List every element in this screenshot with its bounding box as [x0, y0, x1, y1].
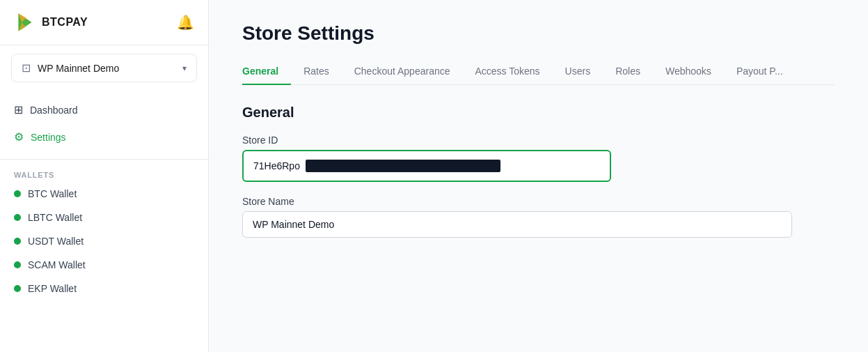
wallet-item-usdt[interactable]: USDT Wallet: [0, 229, 208, 253]
store-id-group: Store ID 71He6Rpo: [242, 135, 835, 182]
store-selector-icon: ⊡: [22, 61, 31, 75]
wallet-label-scam: SCAM Wallet: [28, 259, 86, 270]
main-content: Store Settings General Rates Checkout Ap…: [209, 0, 868, 352]
logo-area: BTCPAY: [14, 11, 88, 33]
wallet-item-ekp[interactable]: EKP Wallet: [0, 277, 208, 300]
store-selector-label: WP Mainnet Demo: [38, 63, 175, 74]
settings-icon: ⚙: [14, 130, 24, 144]
section-title-general: General: [242, 105, 835, 121]
sidebar-header: BTCPAY 🔔: [0, 0, 208, 45]
tab-tokens[interactable]: Access Tokens: [462, 59, 552, 85]
sidebar: BTCPAY 🔔 ⊡ WP Mainnet Demo ▾ ⊞ Dashboard…: [0, 0, 209, 352]
chevron-down-icon: ▾: [182, 63, 187, 73]
store-id-label: Store ID: [242, 135, 835, 146]
page-title: Store Settings: [242, 22, 835, 45]
wallet-item-lbtc[interactable]: LBTC Wallet: [0, 206, 208, 229]
wallet-dot-scam: [14, 261, 21, 268]
store-name-label: Store Name: [242, 196, 835, 207]
store-id-visible-text: 71He6Rpo: [253, 160, 300, 171]
wallet-dot-usdt: [14, 238, 21, 245]
btcpay-logo-icon: [14, 11, 36, 33]
wallet-label-lbtc: LBTC Wallet: [28, 212, 82, 223]
tab-checkout[interactable]: Checkout Appearance: [342, 59, 463, 85]
wallet-dot-lbtc: [14, 214, 21, 221]
wallet-label-usdt: USDT Wallet: [28, 236, 84, 247]
logo-text: BTCPAY: [42, 16, 88, 29]
sidebar-item-settings-label: Settings: [31, 132, 66, 143]
tab-roles[interactable]: Roles: [603, 59, 653, 85]
tab-users[interactable]: Users: [553, 59, 603, 85]
wallet-label-ekp: EKP Wallet: [28, 283, 77, 294]
tab-payout[interactable]: Payout P...: [724, 59, 796, 85]
wallet-dot-ekp: [14, 285, 21, 292]
tab-general[interactable]: General: [242, 59, 291, 85]
nav-section: ⊞ Dashboard ⚙ Settings: [0, 91, 208, 156]
tab-webhooks[interactable]: Webhooks: [653, 59, 724, 85]
wallet-label-btc: BTC Wallet: [28, 188, 77, 199]
store-id-box[interactable]: 71He6Rpo: [242, 150, 611, 182]
sidebar-item-settings[interactable]: ⚙ Settings: [0, 123, 208, 151]
wallets-section-label: WALLETS: [0, 162, 208, 182]
store-id-redacted: [306, 160, 500, 172]
tabs-bar: General Rates Checkout Appearance Access…: [242, 59, 835, 85]
tab-rates[interactable]: Rates: [291, 59, 342, 85]
wallet-dot-btc: [14, 190, 21, 197]
sidebar-item-dashboard-label: Dashboard: [30, 105, 78, 116]
sidebar-item-dashboard[interactable]: ⊞ Dashboard: [0, 96, 208, 123]
bell-icon[interactable]: 🔔: [177, 14, 194, 31]
wallet-item-btc[interactable]: BTC Wallet: [0, 182, 208, 206]
store-selector[interactable]: ⊡ WP Mainnet Demo ▾: [11, 54, 197, 82]
wallet-item-scam[interactable]: SCAM Wallet: [0, 253, 208, 277]
sidebar-divider: [0, 159, 208, 160]
dashboard-icon: ⊞: [14, 103, 23, 116]
store-name-input[interactable]: [242, 211, 792, 238]
store-name-group: Store Name: [242, 196, 835, 238]
